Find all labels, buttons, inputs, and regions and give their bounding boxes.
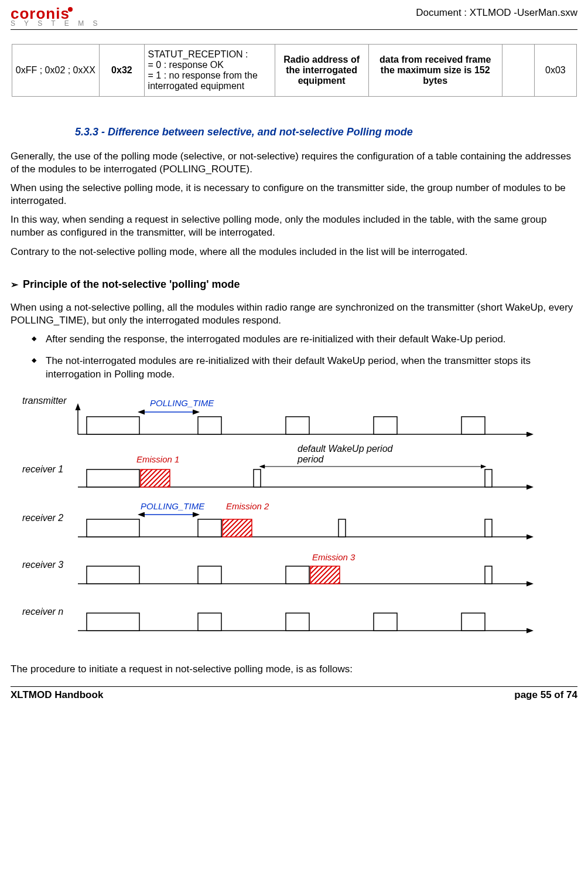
table-cell: data from received frame the maximum siz… xyxy=(368,45,502,97)
bullet-list: After sending the response, the interrog… xyxy=(11,333,577,382)
logo-subtext: S Y S T E M S xyxy=(11,20,101,27)
svg-rect-25 xyxy=(286,566,309,584)
diagram-label-receiver2: receiver 2 xyxy=(22,513,63,523)
logo-dot-icon xyxy=(68,7,73,12)
footer-left: XLTMOD Handbook xyxy=(11,689,103,701)
svg-rect-13 xyxy=(485,469,492,487)
svg-rect-17 xyxy=(198,519,221,537)
list-item: The not-interrogated modules are re-init… xyxy=(46,355,577,382)
diagram-label-polling-time: POLLING_TIME xyxy=(150,398,214,408)
list-item: After sending the response, the interrog… xyxy=(46,333,577,346)
subsection-heading: ➢Principle of the not-selective 'polling… xyxy=(11,278,577,291)
footer-right: page 55 of 74 xyxy=(514,689,577,701)
diagram-label-receiver3: receiver 3 xyxy=(22,560,63,570)
table-cell: STATUT_RECEPTION : = 0 : response OK = 1… xyxy=(144,45,275,97)
table-cell: 0xFF ; 0x02 ; 0xXX xyxy=(12,45,100,97)
svg-rect-27 xyxy=(485,566,492,584)
diagram-label-wakeup2: period xyxy=(297,454,324,464)
cell-line: the maximum size is 152 bytes xyxy=(372,65,498,86)
subsection-title: Principle of the not-selective 'polling'… xyxy=(23,278,240,290)
paragraph: Generally, the use of the polling mode (… xyxy=(11,150,577,176)
chevron-icon: ➢ xyxy=(11,279,18,290)
diagram-label-receivern: receiver n xyxy=(22,607,63,617)
svg-rect-7 xyxy=(461,417,485,434)
paragraph: The procedure to initiate a request in n… xyxy=(11,663,577,676)
page-footer: XLTMOD Handbook page 55 of 74 xyxy=(11,686,577,701)
paragraph: In this way, when sending a request in s… xyxy=(11,213,577,239)
diagram-label-receiver1: receiver 1 xyxy=(22,464,63,474)
svg-rect-26 xyxy=(310,566,340,584)
cell-line: STATUT_RECEPTION : xyxy=(148,49,271,60)
paragraph: Contrary to the not-selective polling mo… xyxy=(11,246,577,258)
svg-rect-33 xyxy=(461,613,485,631)
svg-rect-4 xyxy=(198,417,221,434)
svg-rect-10 xyxy=(87,469,139,487)
table-cell: 0x03 xyxy=(535,45,576,97)
diagram-label-emission2: Emission 2 xyxy=(226,501,269,511)
section-heading: 5.3.3 - Difference between selective, an… xyxy=(75,126,577,138)
paragraph: When using a not-selective polling, all … xyxy=(11,301,577,327)
svg-rect-16 xyxy=(87,519,139,537)
svg-rect-31 xyxy=(286,613,309,631)
diagram-label-emission3: Emission 3 xyxy=(312,552,355,562)
cell-line: = 1 : no response from the interrogated … xyxy=(148,70,271,91)
diagram-label-emission1: Emission 1 xyxy=(136,454,179,464)
svg-rect-11 xyxy=(141,469,170,487)
timing-diagram: transmitter POLLING_TIME receiver 1 Emis… xyxy=(22,393,549,639)
table-cell xyxy=(502,45,534,97)
svg-rect-3 xyxy=(87,417,139,434)
svg-rect-6 xyxy=(374,417,397,434)
svg-rect-5 xyxy=(286,417,309,434)
svg-rect-24 xyxy=(198,566,221,584)
table-cell: Radio address of the interrogated equipm… xyxy=(275,45,368,97)
logo: coronis S Y S T E M S xyxy=(11,6,101,27)
document-title: Document : XTLMOD -UserMan.sxw xyxy=(416,7,577,19)
svg-rect-32 xyxy=(374,613,397,631)
diagram-label-transmitter: transmitter xyxy=(22,396,67,406)
frame-structure-table: 0xFF ; 0x02 ; 0xXX 0x32 STATUT_RECEPTION… xyxy=(12,44,577,97)
svg-rect-12 xyxy=(254,469,261,487)
svg-rect-18 xyxy=(223,519,252,537)
paragraph: When using the selective polling mode, i… xyxy=(11,182,577,207)
page-header: coronis S Y S T E M S Document : XTLMOD … xyxy=(11,6,577,30)
cell-line: data from received frame xyxy=(372,55,498,65)
diagram-label-wakeup1: default WakeUp period xyxy=(298,444,394,454)
table-cell: 0x32 xyxy=(100,45,144,97)
cell-line: = 0 : response OK xyxy=(148,60,271,70)
svg-rect-20 xyxy=(339,519,346,537)
diagram-label-polling-time2: POLLING_TIME xyxy=(141,501,205,511)
svg-rect-29 xyxy=(87,613,139,631)
svg-rect-23 xyxy=(87,566,139,584)
svg-rect-21 xyxy=(485,519,492,537)
svg-rect-30 xyxy=(198,613,221,631)
